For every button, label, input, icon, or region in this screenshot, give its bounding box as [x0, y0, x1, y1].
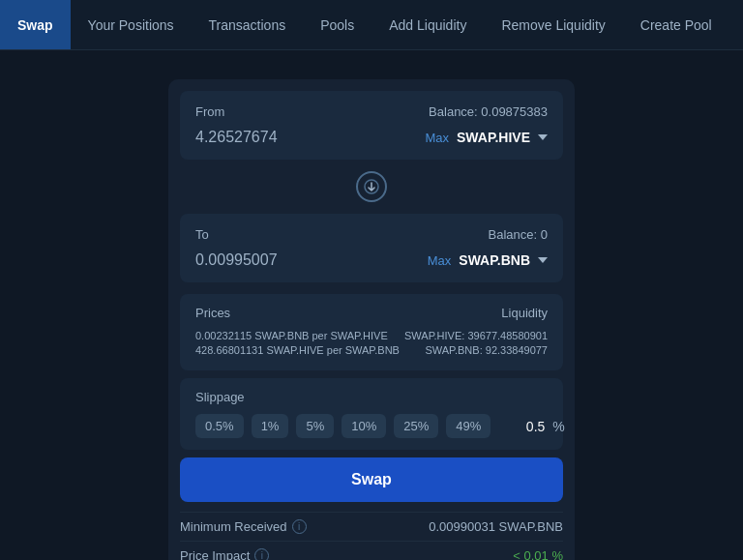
nav-item-pools[interactable]: Pools [303, 0, 372, 49]
to-token-label: SWAP.BNB [459, 252, 530, 268]
from-token-select[interactable]: SWAP.HIVE [457, 130, 548, 145]
to-max-button[interactable]: Max [428, 253, 452, 268]
price-row-1: 0.00232115 SWAP.BNB per SWAP.HIVE [195, 330, 400, 341]
minimum-received-info-icon[interactable]: i [292, 519, 307, 534]
price-impact-info-icon[interactable]: i [254, 548, 269, 560]
slippage-preset-10-button[interactable]: 10% [342, 414, 386, 438]
nav-item-create-pool[interactable]: Create Pool [623, 0, 729, 49]
liquidity-title: Liquidity [501, 306, 548, 320]
down-arrow-icon [364, 179, 379, 194]
nav-item-add-liquidity[interactable]: Add Liquidity [372, 0, 484, 49]
to-label: To [195, 227, 209, 242]
swap-direction-arrow [168, 171, 575, 202]
prices-title: Prices [195, 306, 230, 320]
prices-col: 0.00232115 SWAP.BNB per SWAP.HIVE 428.66… [195, 330, 400, 359]
from-panel: From Balance: 0.09875383 Max SWAP.HIVE [180, 91, 563, 160]
slippage-preset-1-button[interactable]: 1% [252, 414, 289, 438]
slippage-preset-49-button[interactable]: 49% [446, 414, 490, 438]
to-token-chevron-icon [538, 257, 548, 263]
nav-item-remove-liquidity[interactable]: Remove Liquidity [484, 0, 622, 49]
swap-button-wrapper: Swap [180, 457, 563, 502]
to-token-select[interactable]: SWAP.BNB [459, 252, 548, 268]
slippage-preset-5-button[interactable]: 5% [296, 414, 334, 438]
liquidity-col: SWAP.HIVE: 39677.48580901 SWAP.BNB: 92.3… [404, 330, 548, 359]
swap-button[interactable]: Swap [180, 457, 563, 502]
nav-item-your-positions[interactable]: Your Positions [71, 0, 192, 49]
from-amount-input[interactable] [195, 129, 389, 146]
slippage-custom-input[interactable] [506, 419, 545, 434]
slippage-preset-0.5-button[interactable]: 0.5% [195, 414, 244, 438]
navigation: SwapYour PositionsTransactionsPoolsAdd L… [0, 0, 743, 50]
summary-section: Minimum Received i 0.00990031 SWAP.BNB P… [180, 512, 563, 560]
prices-liquidity-section: Prices Liquidity 0.00232115 SWAP.BNB per… [180, 294, 563, 370]
slippage-preset-25-button[interactable]: 25% [394, 414, 438, 438]
price-impact-label: Price Impact i [180, 548, 269, 560]
price-impact-value: < 0.01 % [513, 548, 563, 560]
minimum-received-label: Minimum Received i [180, 519, 307, 534]
from-label: From [195, 104, 224, 119]
minimum-received-value: 0.00990031 SWAP.BNB [429, 519, 563, 534]
main-content: From Balance: 0.09875383 Max SWAP.HIVE [0, 50, 743, 560]
to-amount-input[interactable] [195, 251, 389, 269]
to-balance: Balance: 0 [489, 227, 548, 242]
from-balance: Balance: 0.09875383 [429, 104, 548, 119]
price-impact-row: Price Impact i < 0.01 % [180, 541, 563, 560]
slippage-section: Slippage 0.5%1%5%10%25%49% % [180, 378, 563, 450]
swap-direction-button[interactable] [356, 171, 387, 202]
price-row-2: 428.66801131 SWAP.HIVE per SWAP.BNB [195, 344, 400, 356]
nav-item-transactions[interactable]: Transactions [192, 0, 304, 49]
slippage-percent-symbol: % [552, 419, 564, 434]
to-panel: To Balance: 0 Max SWAP.BNB [180, 214, 563, 282]
nav-item-swap[interactable]: Swap [0, 0, 71, 49]
from-token-chevron-icon [538, 134, 548, 140]
nav-item-manage-rewards[interactable]: Manage Rewards [729, 0, 743, 49]
from-token-label: SWAP.HIVE [457, 130, 530, 145]
minimum-received-row: Minimum Received i 0.00990031 SWAP.BNB [180, 512, 563, 541]
liquidity-row-2: SWAP.BNB: 92.33849077 [404, 344, 548, 356]
slippage-options: 0.5%1%5%10%25%49% % [195, 414, 548, 438]
slippage-title: Slippage [195, 390, 548, 404]
swap-card: From Balance: 0.09875383 Max SWAP.HIVE [168, 79, 575, 560]
liquidity-row-1: SWAP.HIVE: 39677.48580901 [404, 330, 548, 341]
from-max-button[interactable]: Max [425, 131, 449, 145]
